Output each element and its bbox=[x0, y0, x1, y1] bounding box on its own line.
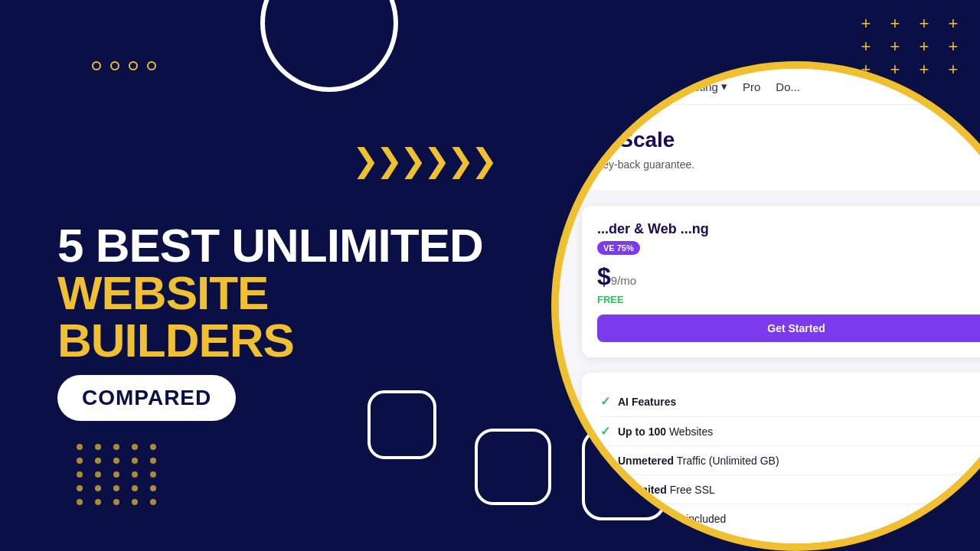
feature-item-ssl: ✓ Unlimited Free SSL bbox=[600, 477, 980, 502]
wb-plan-title: ...der & Web ...ng bbox=[597, 221, 980, 237]
wb-plans-section: ...der & Web ...ng VE 75% $9/mo FREE Get… bbox=[559, 191, 980, 373]
feature-divider bbox=[600, 445, 980, 446]
dot-3 bbox=[129, 61, 138, 70]
feature-bold: Unmetered bbox=[618, 455, 674, 467]
main-headline: 5 BEST UNLIMITED WEBSITE BUILDERS bbox=[57, 222, 483, 364]
plus-icon: + bbox=[913, 38, 936, 55]
plus-icon: + bbox=[942, 15, 965, 32]
dot bbox=[150, 444, 156, 450]
dot bbox=[113, 485, 119, 491]
plus-icon: + bbox=[913, 15, 936, 32]
check-icon: ✓ bbox=[600, 511, 610, 526]
nav-item-hosting[interactable]: Hosting ▾ bbox=[679, 80, 727, 93]
dot bbox=[95, 444, 101, 450]
headline-line3: BUILDERS bbox=[57, 317, 483, 364]
dot bbox=[132, 458, 138, 464]
dot bbox=[132, 499, 138, 505]
dot bbox=[95, 471, 101, 478]
dot bbox=[132, 444, 138, 450]
plus-icon: + bbox=[854, 15, 877, 32]
dot-1 bbox=[92, 61, 101, 70]
nav-item-website-builder[interactable]: Website Builder bbox=[577, 80, 664, 93]
wb-features-section: ✓ AI Features ⓘ ✓ Up to 100 Websites ✓ U… bbox=[582, 373, 980, 543]
plus-icon: + bbox=[942, 38, 965, 55]
dot bbox=[77, 471, 83, 478]
feature-websites-text: Up to 100 Websites bbox=[618, 425, 713, 438]
free-text: FREE bbox=[597, 294, 624, 305]
dot bbox=[150, 485, 156, 491]
headline-line1: 5 BEST UNLIMITED bbox=[57, 222, 483, 269]
wb-hero-title: ...o Scale bbox=[582, 128, 980, 152]
feature-bold: Web Hosting bbox=[618, 513, 683, 525]
check-icon: ✓ bbox=[600, 453, 610, 468]
dot-4 bbox=[147, 61, 156, 70]
wb-hero-section: ...o Scale ...oney-back guarantee. bbox=[559, 105, 980, 191]
headline-line2: WEBSITE bbox=[57, 269, 483, 317]
dot-2 bbox=[110, 61, 119, 70]
feature-traffic-text: Unmetered Traffic (Unlimited GB) bbox=[618, 455, 779, 467]
website-builder-preview: Website Builder Hosting ▾ Pro Do... ...o… bbox=[551, 61, 980, 551]
nav-item-more[interactable]: Do... bbox=[776, 80, 800, 93]
compared-button[interactable]: COMPARED bbox=[57, 375, 236, 421]
dot bbox=[95, 499, 101, 505]
dot bbox=[77, 458, 83, 464]
dot bbox=[77, 499, 83, 505]
wb-plan-price: $9/mo bbox=[597, 262, 980, 291]
price-value: 9 bbox=[611, 274, 617, 287]
dot bbox=[113, 458, 119, 464]
feature-divider bbox=[600, 416, 980, 417]
decorative-dots-top bbox=[92, 61, 156, 70]
feature-bold: AI Features bbox=[618, 396, 676, 408]
feature-item-hosting: ✓ Web Hosting included bbox=[600, 506, 980, 531]
dot bbox=[95, 458, 101, 464]
feature-hosting-text: Web Hosting included bbox=[618, 513, 726, 525]
decorative-square-2 bbox=[475, 429, 551, 505]
dot bbox=[150, 499, 156, 505]
website-builder-nav: Website Builder Hosting ▾ Pro Do... bbox=[559, 69, 980, 105]
decorative-dots-grid bbox=[77, 444, 161, 505]
dot bbox=[113, 499, 119, 505]
arrow-decoration: ❯❯❯❯❯❯ bbox=[352, 142, 495, 179]
wb-plan-free-label: FREE bbox=[597, 294, 980, 305]
plus-icon: + bbox=[884, 38, 906, 55]
check-icon: ✓ bbox=[600, 424, 610, 439]
wb-hero-subtitle: ...oney-back guarantee. bbox=[582, 158, 980, 171]
dot bbox=[77, 485, 83, 491]
plus-icon: + bbox=[854, 38, 877, 55]
feature-divider bbox=[600, 504, 980, 504]
wb-plan-card: ...der & Web ...ng VE 75% $9/mo FREE Get… bbox=[582, 206, 980, 357]
dot bbox=[150, 458, 156, 464]
plus-icon: + bbox=[884, 15, 906, 32]
feature-item-websites: ✓ Up to 100 Websites bbox=[600, 419, 980, 444]
wb-plan-badge: VE 75% bbox=[597, 241, 640, 255]
nav-hosting-label: Hosting bbox=[679, 80, 718, 93]
dot bbox=[113, 444, 119, 450]
dot bbox=[150, 471, 156, 478]
check-icon: ✓ bbox=[600, 394, 610, 409]
dot bbox=[113, 471, 119, 478]
check-icon: ✓ bbox=[600, 482, 610, 497]
feature-item-ai: ✓ AI Features ⓘ bbox=[600, 388, 980, 415]
feature-bold: Unlimited bbox=[618, 484, 667, 496]
dot bbox=[77, 444, 83, 450]
chevron-down-icon: ▾ bbox=[721, 80, 727, 93]
feature-ai-text: AI Features bbox=[618, 396, 676, 408]
nav-item-pro[interactable]: Pro bbox=[743, 80, 760, 93]
feature-divider bbox=[600, 474, 980, 475]
website-builder-ui: Website Builder Hosting ▾ Pro Do... ...o… bbox=[559, 69, 980, 543]
feature-item-traffic: ✓ Unmetered Traffic (Unlimited GB) bbox=[600, 448, 980, 473]
dot bbox=[95, 485, 101, 491]
wb-plan-cta-button[interactable]: Get Started bbox=[597, 315, 980, 342]
dot bbox=[132, 471, 138, 478]
feature-ssl-text: Unlimited Free SSL bbox=[618, 484, 715, 496]
decorative-square-1 bbox=[368, 390, 436, 459]
price-period: /mo bbox=[617, 274, 636, 287]
plan-title-text: ...der & Web ...ng bbox=[597, 221, 709, 236]
feature-bold: Up to 100 bbox=[618, 425, 666, 438]
dot bbox=[132, 485, 138, 491]
